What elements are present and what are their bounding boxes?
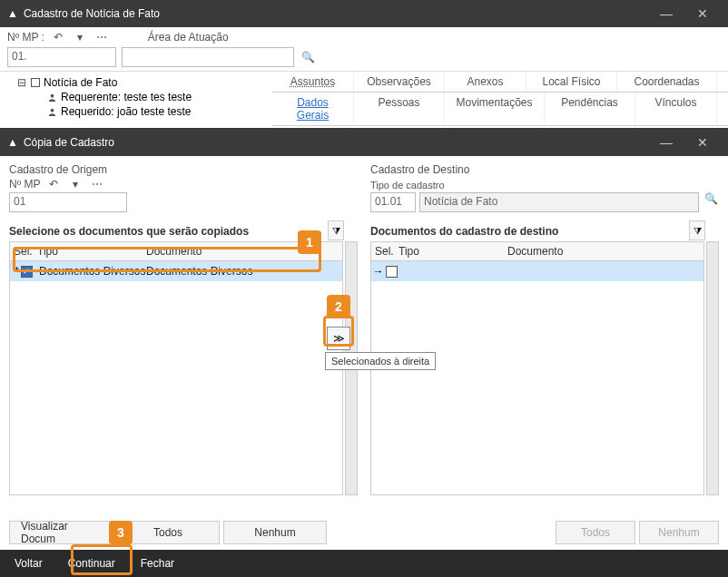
dest-grid-header: Sel. Tipo Documento xyxy=(370,241,704,261)
dropdown-icon[interactable]: ▾ xyxy=(72,31,88,44)
copy-dialog: ▲ Cópia de Cadastro — ✕ Cadastro de Orig… xyxy=(0,128,728,577)
tree-child2-label: Requerido: joão teste teste xyxy=(61,105,191,118)
fechar-button[interactable]: Fechar xyxy=(135,553,180,573)
dropdown-icon[interactable]: ▾ xyxy=(67,178,84,191)
tab-dados-gerais[interactable]: Dados Gerais xyxy=(272,93,354,125)
tree-child-requerente[interactable]: Requerente: teste tes teste xyxy=(47,90,256,104)
tab-pendencias[interactable]: Pendências xyxy=(545,93,635,125)
dialog-minimize-button[interactable]: — xyxy=(648,135,684,150)
filter-icon[interactable]: ⧩ xyxy=(328,220,344,240)
col-tipo[interactable]: Tipo xyxy=(398,245,507,258)
dest-tipo-text[interactable]: Notícia de Fato xyxy=(419,192,699,212)
more-icon[interactable]: ⋯ xyxy=(93,31,110,44)
dest-tipo-label: Tipo de cadastro xyxy=(370,178,719,192)
dest-row[interactable]: → xyxy=(371,261,703,281)
scrollbar[interactable] xyxy=(706,241,719,495)
dialog-title: Cópia de Cadastro xyxy=(24,136,648,149)
origin-side: Cadastro de Origem Nº MP ↶ ▾ ⋯ 01 Seleci… xyxy=(9,161,358,495)
person-icon xyxy=(47,93,57,103)
mp-row: Nº MP : ↶ ▾ ⋯ Área de Atuação xyxy=(0,27,728,47)
filter-icon[interactable]: ⧩ xyxy=(689,220,705,240)
svg-point-1 xyxy=(51,108,54,112)
badge-1: 1 xyxy=(298,230,321,254)
dest-side: Cadastro de Destino Tipo de cadastro 01.… xyxy=(370,161,719,495)
tab-assuntos[interactable]: Assuntos xyxy=(272,72,354,92)
dialog-titlebar: ▲ Cópia de Cadastro — ✕ xyxy=(0,129,728,156)
origin-label: Cadastro de Origem xyxy=(9,161,358,178)
tab-movimentacoes[interactable]: Movimentações xyxy=(445,93,545,125)
area-label: Área de Atuação xyxy=(148,31,229,44)
callout-1 xyxy=(13,247,321,272)
dest-docs-label: Documentos do cadastro de destino xyxy=(370,225,719,238)
tree: ⊟ Notícia de Fato Requerente: teste tes … xyxy=(0,72,272,122)
more-icon[interactable]: ⋯ xyxy=(89,178,105,191)
dest-todos-button: Todos xyxy=(556,521,635,544)
row-marker: → xyxy=(373,265,384,278)
tab-local[interactable]: Local Físico xyxy=(526,72,617,92)
collapse-icon[interactable]: ⊟ xyxy=(16,76,27,89)
col-sel[interactable]: Sel. xyxy=(371,245,398,258)
minimize-button[interactable]: — xyxy=(648,6,684,21)
back-icon[interactable]: ↶ xyxy=(45,178,62,191)
person-icon xyxy=(47,107,57,117)
dest-tipo-code[interactable]: 01.01 xyxy=(370,192,416,212)
callout-2 xyxy=(323,316,354,347)
origin-mp-field[interactable]: 01 xyxy=(9,192,127,212)
origin-mp-label: Nº MP xyxy=(9,178,40,191)
mp-label: Nº MP : xyxy=(7,31,44,44)
search-icon[interactable]: 🔍 xyxy=(703,192,719,212)
tree-child-requerido[interactable]: Requerido: joão teste teste xyxy=(47,104,256,119)
tab-coordenadas[interactable]: Coordenadas xyxy=(617,72,717,92)
tabs-row2: Dados Gerais Pessoas Movimentações Pendê… xyxy=(272,93,728,126)
tree-child1-label: Requerente: teste tes teste xyxy=(61,91,192,103)
tab-pessoas[interactable]: Pessoas xyxy=(354,93,445,125)
voltar-button[interactable]: Voltar xyxy=(9,553,48,573)
svg-point-0 xyxy=(51,93,54,97)
tabs-row1: Assuntos Observações Anexos Local Físico… xyxy=(272,72,728,93)
visualizar-button[interactable]: Visualizar Docum xyxy=(9,521,113,544)
nenhum-button[interactable]: Nenhum xyxy=(223,521,327,544)
app-icon: ▲ xyxy=(7,136,18,149)
node-icon xyxy=(31,78,40,87)
badge-2: 2 xyxy=(327,295,350,318)
dialog-close-button[interactable]: ✕ xyxy=(684,135,721,150)
badge-3: 3 xyxy=(109,521,133,544)
tab-observacoes[interactable]: Observações xyxy=(354,72,445,92)
close-button[interactable]: ✕ xyxy=(684,6,721,21)
area-field[interactable] xyxy=(122,47,294,67)
tab-anexos[interactable]: Anexos xyxy=(445,72,526,92)
app-icon: ▲ xyxy=(7,7,18,20)
col-doc[interactable]: Documento xyxy=(507,245,703,258)
tree-root[interactable]: ⊟ Notícia de Fato xyxy=(16,75,256,90)
tree-root-label: Notícia de Fato xyxy=(44,76,117,89)
callout-3 xyxy=(71,544,133,575)
dest-nenhum-button: Nenhum xyxy=(639,521,719,544)
main-title: Cadastro de Notícia de Fato xyxy=(24,7,648,20)
move-tooltip: Selecionados à direita xyxy=(325,352,436,370)
tab-vinculos[interactable]: Vínculos xyxy=(635,93,717,125)
dest-grid-body[interactable]: → xyxy=(370,261,704,495)
src-grid-body[interactable]: *✓ Documentos Diversos Documentos Divers… xyxy=(9,261,343,495)
mp-field[interactable]: 01. xyxy=(7,47,116,67)
main-titlebar: ▲ Cadastro de Notícia de Fato — ✕ xyxy=(0,0,728,27)
dest-label: Cadastro de Destino xyxy=(370,161,719,178)
row-checkbox[interactable] xyxy=(386,266,398,278)
back-icon[interactable]: ↶ xyxy=(50,31,66,44)
search-icon[interactable]: 🔍 xyxy=(300,51,316,64)
